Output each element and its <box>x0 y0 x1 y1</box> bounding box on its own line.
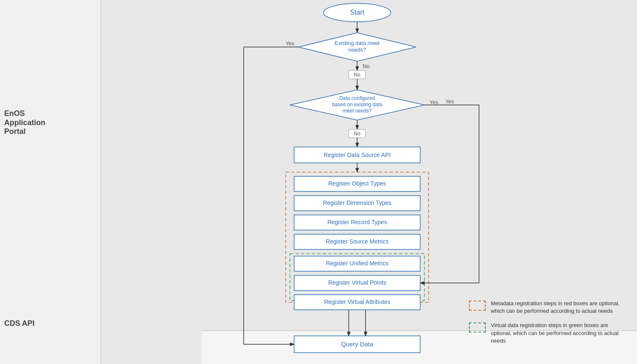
sidebar-label-enos: EnOS Application Portal <box>4 109 55 136</box>
svg-text:Yes: Yes <box>445 98 454 105</box>
legend-text-red: Metadata registration steps in red boxes… <box>491 300 629 315</box>
svg-text:Existing data meet: Existing data meet <box>335 40 380 46</box>
svg-text:Data configured: Data configured <box>340 95 375 101</box>
sidebar: EnOS Application Portal CDS API <box>0 0 101 364</box>
diagram-area: Start Existing data meet needs? Yes No N… <box>101 0 637 364</box>
svg-text:Start: Start <box>350 9 364 16</box>
legend-box-red <box>469 301 486 311</box>
svg-text:Register Virtual Points: Register Virtual Points <box>328 279 386 286</box>
svg-text:No: No <box>354 72 361 78</box>
legend-box-green <box>469 322 486 333</box>
svg-text:needs?: needs? <box>348 47 366 53</box>
svg-text:Yes: Yes <box>429 99 439 105</box>
svg-text:Register Object Types: Register Object Types <box>328 180 386 187</box>
svg-text:Query Data: Query Data <box>341 340 374 348</box>
legend: Metadata registration steps in red boxes… <box>469 300 629 351</box>
legend-text-green: Virtual data registration steps in green… <box>491 322 629 345</box>
svg-text:Register Source Metrics: Register Source Metrics <box>326 238 388 245</box>
legend-item-green: Virtual data registration steps in green… <box>469 322 629 345</box>
svg-text:Register Record Types: Register Record Types <box>327 219 387 225</box>
svg-text:meet needs?: meet needs? <box>342 108 372 114</box>
svg-text:Register Virtual Attributes: Register Virtual Attributes <box>324 299 390 305</box>
svg-text:No: No <box>363 63 370 69</box>
svg-text:Yes: Yes <box>285 40 295 47</box>
svg-text:No: No <box>354 131 361 136</box>
svg-text:Register Unified Metrics: Register Unified Metrics <box>326 260 389 267</box>
sidebar-label-cds: CDS API <box>4 319 55 328</box>
svg-text:based on existing data: based on existing data <box>332 102 382 107</box>
svg-text:Register Data Source API: Register Data Source API <box>324 152 391 158</box>
svg-text:Register Dimension Types: Register Dimension Types <box>323 199 391 206</box>
legend-item-red: Metadata registration steps in red boxes… <box>469 300 629 315</box>
